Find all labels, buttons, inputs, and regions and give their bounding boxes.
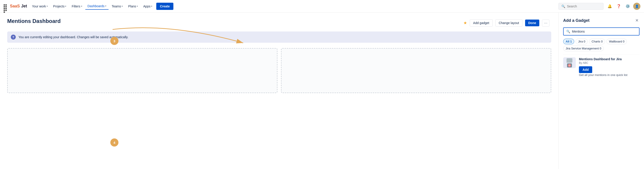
dashboard-cell-1 (7, 48, 278, 93)
search-bar: 🔍 (558, 3, 604, 10)
step-4-circle: 4 (110, 139, 118, 147)
chevron-down-icon: ▾ (105, 5, 106, 7)
gadget-by: By ABC (579, 61, 640, 64)
nav-apps[interactable]: Apps ▾ (141, 3, 154, 9)
search-input[interactable] (567, 4, 598, 8)
toolbar: ★ Add gadget Change layout Done ··· (464, 19, 551, 26)
nav-your-work[interactable]: Your work ▾ (30, 3, 50, 9)
gadget-info: Mentions Dashboard for Jira By ABC Add G… (579, 57, 640, 77)
gadget-item: @ Mentions Dashboard for Jira By ABC Add… (563, 54, 640, 80)
nav-actions: 🔔 ❓ ⚙️ 👤 (606, 3, 640, 10)
star-button[interactable]: ★ (464, 20, 467, 25)
chevron-down-icon: ▾ (46, 5, 48, 7)
gadget-panel-title: Add a Gadget (563, 18, 590, 23)
done-button[interactable]: Done (525, 19, 539, 26)
change-layout-button[interactable]: Change layout (496, 19, 522, 26)
gadget-search-input[interactable] (572, 30, 636, 33)
help-button[interactable]: ❓ (615, 3, 622, 10)
filter-tab-charts[interactable]: Charts 0 (589, 39, 605, 44)
content-area: Mentions Dashboard ★ Add gadget Change l… (0, 12, 558, 169)
avatar[interactable]: 👤 (633, 3, 640, 10)
nav-plans[interactable]: Plans ▾ (126, 3, 140, 9)
more-options-button[interactable]: ··· (542, 19, 550, 26)
gadget-search-bar: 🔍 (563, 27, 640, 35)
create-button[interactable]: Create (156, 3, 174, 10)
close-gadget-panel-button[interactable]: ✕ (634, 17, 640, 24)
chevron-down-icon: ▾ (65, 5, 66, 7)
chevron-down-icon: ▾ (137, 5, 138, 7)
gadget-panel: Add a Gadget ✕ 🔍 All 1 Jira 0 Charts 0 W… (558, 12, 644, 169)
nav-teams[interactable]: Teams ▾ (110, 3, 125, 9)
chevron-down-icon: ▾ (151, 5, 152, 7)
grid-icon[interactable] (4, 4, 8, 8)
add-gadget-button[interactable]: Add gadget (470, 19, 493, 26)
add-gadget-confirm-button[interactable]: Add (579, 66, 592, 73)
nav-dashboards[interactable]: Dashboards ▾ (85, 3, 109, 10)
info-icon: ? (11, 35, 16, 39)
main-container: Mentions Dashboard ★ Add gadget Change l… (0, 12, 644, 169)
dashboard-cell-2 (281, 48, 551, 93)
gadget-icon: @ (563, 57, 576, 68)
notifications-button[interactable]: 🔔 (606, 3, 614, 10)
dashboard-grid (7, 48, 551, 93)
settings-button[interactable]: ⚙️ (624, 3, 632, 10)
filter-tabs: All 1 Jira 0 Charts 0 Wallboard 0 Jira S… (563, 39, 640, 51)
step-3-circle: 3 (110, 37, 118, 45)
nav-filters[interactable]: Filters ▾ (69, 3, 84, 9)
info-banner: ? You are currently editing your dashboa… (7, 31, 551, 43)
logo-text: SaaS (10, 4, 20, 8)
navbar: SaaSJet Your work ▾ Projects ▾ Filters ▾… (0, 0, 644, 12)
gadget-search-icon: 🔍 (566, 30, 570, 33)
filter-tab-wallboard[interactable]: Wallboard 0 (606, 39, 627, 44)
filter-tab-jira[interactable]: Jira 0 (576, 39, 588, 44)
logo-text-2: Jet (21, 4, 27, 8)
gadget-panel-header: Add a Gadget ✕ (563, 17, 640, 24)
search-icon: 🔍 (561, 4, 565, 8)
chevron-down-icon: ▾ (81, 5, 82, 7)
logo: SaaSJet (4, 4, 27, 8)
gadget-description: Get all your mentions in one quick list (579, 73, 640, 77)
gadget-name: Mentions Dashboard for Jira (579, 57, 640, 61)
filter-tab-all[interactable]: All 1 (563, 39, 574, 44)
chevron-down-icon: ▾ (122, 5, 123, 7)
page-title: Mentions Dashboard (7, 18, 60, 24)
nav-projects[interactable]: Projects ▾ (51, 3, 69, 9)
filter-tab-jsm[interactable]: Jira Service Management 0 (563, 46, 604, 51)
